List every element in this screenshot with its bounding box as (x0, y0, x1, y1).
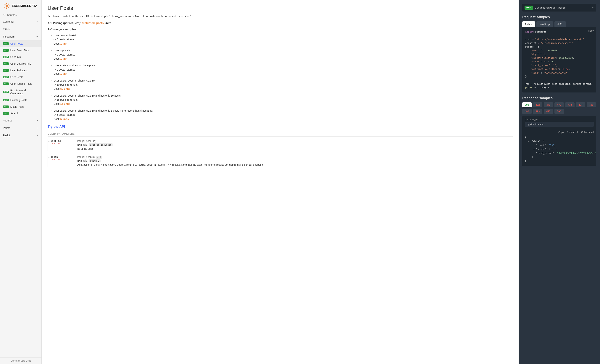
svg-line-16 (8, 7, 8, 8)
sidebar-item-label: User Reels (10, 76, 23, 79)
param-name: user_id (51, 139, 74, 142)
nav-group-youtube[interactable]: Youtube (0, 117, 41, 124)
svg-line-13 (5, 4, 6, 5)
expand-all-button[interactable]: Expand all (567, 131, 578, 134)
response-samples-heading: Response samples (522, 96, 596, 100)
tab-python[interactable]: Python (522, 21, 535, 27)
expand-toggle[interactable]: + (533, 148, 535, 151)
param-row-depth: depthrequiredinteger (Depth)> 0Example: … (47, 153, 513, 169)
try-api-link[interactable]: Try the API (47, 125, 65, 129)
status-tab-200[interactable]: 200 (522, 102, 532, 107)
svg-point-2 (6, 8, 7, 9)
param-description: ID of the user (77, 147, 513, 151)
sidebar-item-user-detailed-info[interactable]: GETUser Detailed Info (0, 60, 41, 67)
status-tab-474[interactable]: 474 (576, 102, 585, 107)
tab-curl[interactable]: cURL (554, 21, 566, 27)
sidebar-item-post-info-and-comments[interactable]: GETPost Info And Comments (0, 87, 41, 97)
svg-point-0 (6, 5, 8, 7)
param-type: integer (Depth)> 0 (77, 155, 513, 158)
search-input[interactable] (7, 13, 38, 16)
nav-group-customer[interactable]: Customer (0, 18, 41, 26)
copy-json-button[interactable]: Copy (558, 131, 564, 134)
param-example: Example: user_id=18428658 (77, 143, 513, 146)
nav-group-tiktok[interactable]: Tiktok (0, 26, 41, 33)
sidebar-item-label: User Basic Stats (10, 49, 29, 52)
copy-button[interactable]: Copy (588, 29, 594, 33)
content-type-value: application/json (525, 122, 594, 127)
status-tab-493[interactable]: 493 (533, 109, 542, 114)
param-constraint: > 0 (96, 156, 102, 159)
sidebar-item-label: Music Posts (10, 105, 24, 108)
sidebar-item-user-basic-stats[interactable]: GETUser Basic Stats (0, 47, 41, 54)
sidebar-item-user-tagged-posts[interactable]: GETUser Tagged Posts (0, 80, 41, 87)
collapse-toggle[interactable]: – (528, 140, 529, 143)
svg-point-1 (6, 3, 7, 4)
footer-text: EnsembleData Docs (0, 357, 41, 364)
search-icon (3, 13, 6, 16)
status-tab-471[interactable]: 471 (544, 102, 553, 107)
chevron-right-icon (36, 127, 38, 129)
method-badge: GET (3, 76, 9, 78)
svg-line-18 (5, 15, 5, 16)
method-badge: GET (3, 82, 9, 85)
nav-group-instagram[interactable]: Instagram (0, 33, 41, 40)
usage-heading: API usage examples (47, 28, 513, 31)
sidebar-item-label: Post Info And Comments (10, 89, 38, 95)
query-params-heading: QUERY PARAMETERS (47, 132, 513, 136)
status-tab-473[interactable]: 473 (565, 102, 574, 107)
param-type: integer (User Id) (77, 139, 513, 142)
json-controls: Copy Expand all Collapse all (522, 129, 596, 135)
param-name: depth (51, 155, 74, 158)
status-tab-472[interactable]: 472 (554, 102, 564, 107)
param-row-user_id: user_idrequiredinteger (User Id)Example:… (47, 137, 513, 153)
sidebar-item-label: User Tagged Posts (10, 82, 32, 85)
sidebar-item-user-followers[interactable]: GETUser Followers (0, 67, 41, 74)
sidebar-item-label: User Info (10, 55, 21, 58)
logo[interactable]: ENSEMBLEDATA (0, 0, 41, 12)
param-required: required (51, 142, 74, 145)
nav-group-twitch[interactable]: Twitch (0, 124, 41, 132)
sidebar-item-hashtag-posts[interactable]: GETHashtag Posts (0, 97, 41, 103)
sidebar-item-user-posts[interactable]: GETUser Posts (0, 40, 41, 47)
tab-javascript[interactable]: JavaScript (536, 21, 553, 27)
chevron-right-icon (36, 20, 38, 23)
main-content: User Posts Fetch user posts from the use… (42, 0, 519, 364)
method-badge: GET (3, 69, 9, 72)
status-tab-491[interactable]: 491 (587, 102, 596, 107)
json-response: { – "data": { "count": 5705, + "posts": … (522, 135, 596, 166)
method-badge: GET (3, 106, 9, 108)
logo-icon (3, 2, 10, 10)
usage-example: User does not exist:-> 0 posts returned.… (54, 33, 513, 46)
sidebar-item-label: User Followers (10, 69, 28, 72)
sidebar-item-user-reels[interactable]: GETUser Reels (0, 74, 41, 80)
usage-example: User exists, depth 5, chunk_size 10 and … (54, 94, 513, 106)
endpoint-bar[interactable]: GET /instagram/user/posts (522, 4, 596, 11)
chevron-right-icon (36, 119, 38, 122)
language-tabs: Python JavaScript cURL (522, 21, 596, 27)
status-tab-422[interactable]: 422 (533, 102, 542, 107)
svg-point-4 (9, 6, 10, 7)
collapse-all-button[interactable]: Collapse all (581, 131, 594, 134)
sidebar-item-user-info[interactable]: GETUser Info (0, 54, 41, 60)
param-example: Example: depth=1 (77, 159, 513, 162)
endpoint-method: GET (525, 6, 533, 10)
code-sample: Copyimport requests root = "https://www.… (522, 27, 596, 92)
svg-point-17 (3, 14, 5, 15)
sidebar-item-label: Hashtag Posts (10, 99, 27, 102)
sidebar-item-music-posts[interactable]: GETMusic Posts (0, 103, 41, 110)
nav-group-reddit[interactable]: Reddit (0, 132, 41, 139)
usage-example: User exists, depth 5, chunk_size 10 and … (54, 109, 513, 121)
status-tab-495[interactable]: 495 (544, 109, 553, 114)
method-badge: GET (3, 91, 9, 93)
chevron-down-icon (36, 35, 38, 38)
search-bar[interactable] (0, 12, 41, 18)
svg-point-3 (4, 6, 5, 7)
status-tab-492[interactable]: 492 (522, 109, 532, 114)
sidebar-item-search[interactable]: GETSearch (0, 110, 41, 117)
svg-line-14 (8, 4, 8, 5)
status-tab-500[interactable]: 500 (554, 109, 564, 114)
sidebar-item-label: User Detailed Info (10, 62, 31, 65)
code-panel: GET /instagram/user/posts Request sample… (519, 0, 600, 364)
chevron-right-icon (36, 134, 38, 137)
sidebar-item-label: User Posts (10, 42, 23, 45)
